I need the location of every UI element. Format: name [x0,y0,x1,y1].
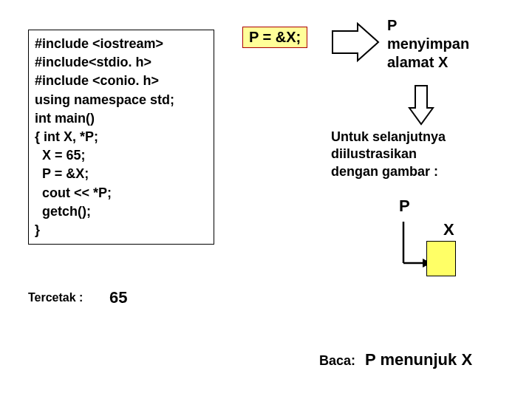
read-label: Baca: [319,353,355,369]
output-value: 65 [109,288,127,307]
svg-marker-0 [332,24,378,61]
variable-x-box [426,241,456,276]
highlight-pointer-assignment: P = &X; [242,27,307,48]
label-x: X [443,220,454,239]
output-label: Tercetak : [28,291,83,304]
label-p: P [399,197,410,216]
pointer-stores-address-text: P menyimpan alamat X [387,16,469,72]
block-arrow-down-icon [406,83,436,127]
block-arrow-right-icon [328,21,383,64]
code-block: #include <iostream> #include<stdio. h> #… [28,30,214,245]
illustration-intro-text: Untuk selanjutnya diilustrasikan dengan … [331,129,446,180]
read-text: P menunjuk X [365,350,472,369]
svg-marker-1 [409,86,433,124]
